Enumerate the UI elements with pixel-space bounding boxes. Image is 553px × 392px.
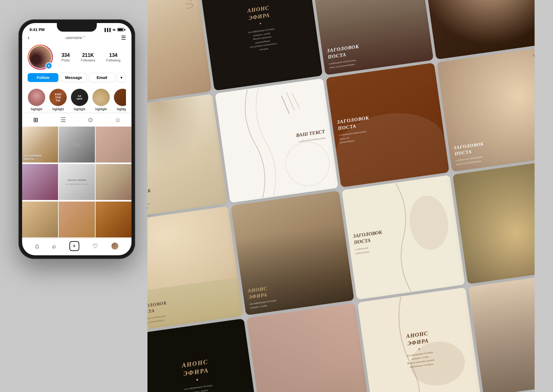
- post-grid: ЗАГОЛОВОКПОСТА Dior АНОНС ЭФИРАили инфор…: [22, 127, 131, 238]
- person-icon: ☺: [115, 116, 121, 123]
- phone-wrapper: 9:41 PM ▐▐▐ ⌯ ‹ username ˅ ☰: [18, 19, 135, 373]
- followers-count: 211K: [82, 52, 94, 58]
- tab-tag[interactable]: ☺: [104, 113, 131, 127]
- template-card-13[interactable]: АНОНСЭФИРА или информация об акцииконкур…: [147, 319, 259, 392]
- highlight-label-2: highlight: [52, 108, 64, 111]
- nav-search[interactable]: ⌕: [52, 243, 56, 250]
- nav-bar: ‹ username ˅ ☰: [22, 33, 131, 42]
- avatar-wrap: +: [28, 45, 53, 70]
- following-stat[interactable]: 134 Following: [106, 52, 120, 62]
- posts-stat[interactable]: 334 Posts: [61, 52, 70, 62]
- username-chevron[interactable]: username ˅: [66, 36, 85, 40]
- posts-count: 334: [61, 52, 70, 58]
- highlight-circle-2: КОНТАКТЫ: [49, 88, 67, 106]
- grid-post-4[interactable]: [22, 164, 58, 200]
- svg-line-0: [184, 0, 189, 1]
- tab-grid[interactable]: ⊞: [22, 113, 49, 127]
- following-count: 134: [109, 52, 118, 58]
- highlight-item-3[interactable]: АКЦИИ highlight: [71, 88, 88, 111]
- card-13-title: АНОНСЭФИРА: [181, 358, 210, 378]
- main-container: 9:41 PM ▐▐▐ ⌯ ‹ username ˅ ☰: [0, 0, 553, 392]
- highlight-circle-5: [114, 88, 126, 106]
- battery-fill: [118, 29, 123, 31]
- status-icons: ▐▐▐ ⌯: [104, 28, 124, 32]
- highlight-label-4: highlight: [95, 108, 107, 111]
- profile-avatar-thumb: [111, 242, 119, 250]
- highlight-item-1[interactable]: highlight: [28, 88, 45, 111]
- highlight-brown-bg: [114, 89, 126, 106]
- grid-post-2[interactable]: Dior: [59, 127, 95, 163]
- followers-label: Followers: [81, 58, 95, 62]
- grid-post-1[interactable]: ЗАГОЛОВОКПОСТА: [22, 127, 58, 163]
- location-icon: ⊙: [88, 116, 93, 123]
- tab-list[interactable]: ☰: [49, 113, 77, 127]
- template-card-8[interactable]: ЗАГОЛОВОКПОСТА и небольшой подзаголовока…: [437, 47, 535, 172]
- card-15-subtitle: или информация об акцииконкурсе, скидкеМ…: [406, 350, 435, 370]
- template-card-1[interactable]: ЗАГОЛОВОКПОСТА и небольшой подзаголовока…: [147, 0, 212, 106]
- profile-top: + 334 Posts 211K Followers: [28, 45, 126, 70]
- template-card-15[interactable]: АНОНСЭФИРА или информация об акцииконкур…: [357, 287, 481, 392]
- following-label: Following: [106, 58, 120, 62]
- highlight-contacts-bg: КОНТАКТЫ: [49, 89, 67, 106]
- highlight-face-bg: [28, 89, 45, 106]
- search-icon: ⌕: [52, 243, 56, 250]
- template-card-6[interactable]: ВАШ ТЕКСТ и небольшой подзаголовок: [215, 78, 339, 203]
- grid-post-3[interactable]: [96, 127, 131, 163]
- nav-add[interactable]: +: [69, 241, 79, 251]
- template-card-7[interactable]: ЗАГОЛОВОКПОСТА и небольшой подзаголовока…: [326, 63, 449, 187]
- highlight-item-4[interactable]: highlight: [92, 88, 110, 111]
- template-card-14[interactable]: К: [246, 303, 370, 392]
- grid-post-9[interactable]: [96, 202, 131, 237]
- template-card-5[interactable]: ЗАГОЛОВОКПОСТА и небольшой подзаголовока…: [147, 94, 228, 219]
- card-2-subtitle: или информация об акцииконкурсе, скидкеМ…: [248, 27, 277, 53]
- menu-button[interactable]: ☰: [121, 35, 126, 41]
- heart-icon: ♡: [92, 242, 98, 250]
- template-card-4[interactable]: ЗАГОЛОВОКПОСТА и небольшой подзаголовока…: [421, 0, 535, 60]
- template-card-10[interactable]: АНОНСЭФИРА или информация об акцииконкур…: [231, 190, 354, 315]
- grid-post-7[interactable]: [22, 202, 58, 237]
- tab-bar: ⊞ ☰ ⊙ ☺: [22, 113, 131, 127]
- highlight-circle-3: АКЦИИ: [71, 88, 88, 106]
- grid-post-6[interactable]: [96, 164, 131, 200]
- template-card-9[interactable]: ЗАГОЛОВОКПОСТА и небольшой подзаголовока…: [147, 206, 243, 331]
- back-button[interactable]: ‹: [28, 34, 29, 41]
- battery-icon: [117, 28, 124, 31]
- highlight-item-5[interactable]: highlight: [114, 88, 126, 111]
- followers-stat[interactable]: 211K Followers: [81, 52, 95, 62]
- home-icon: ⌂: [35, 242, 39, 250]
- more-button[interactable]: ▾: [117, 73, 126, 82]
- svg-line-1: [187, 0, 192, 2]
- nav-home[interactable]: ⌂: [35, 242, 39, 250]
- nav-profile[interactable]: [111, 242, 119, 250]
- add-icon: +: [69, 241, 79, 251]
- highlight-sales-bg: АКЦИИ: [71, 89, 88, 106]
- highlight-label-5: highlight: [117, 108, 126, 111]
- profile-section: + 334 Posts 211K Followers: [22, 42, 131, 87]
- tab-location[interactable]: ⊙: [77, 113, 104, 127]
- grid-post-8[interactable]: [59, 202, 95, 237]
- follow-button[interactable]: Follow: [28, 73, 58, 82]
- bottom-nav: ⌂ ⌕ + ♡: [22, 238, 131, 255]
- phone-notch: [57, 23, 97, 32]
- template-card-16[interactable]: ЗАГОЛОВОКПОСТА и небольшойподзаголовок: [468, 272, 535, 392]
- grid-icon: ⊞: [33, 116, 38, 123]
- nav-likes[interactable]: ♡: [92, 242, 98, 250]
- highlight-hand-bg: [92, 89, 110, 106]
- highlight-item-2[interactable]: КОНТАКТЫ highlight: [49, 88, 67, 111]
- template-card-12[interactable]: [453, 159, 535, 284]
- highlight-circle-1: [28, 88, 45, 106]
- add-story-button[interactable]: +: [45, 62, 52, 69]
- highlight-circle-4: [92, 88, 110, 106]
- email-button[interactable]: Email: [89, 73, 115, 82]
- svg-line-10: [533, 54, 535, 62]
- grid-post-5[interactable]: АНОНС ЭФИРАили информация об акции: [59, 164, 95, 200]
- wifi-icon: ⌯: [112, 28, 116, 32]
- dot-separator: [260, 23, 261, 25]
- highlights-row: highlight КОНТАКТЫ highlight: [28, 88, 126, 111]
- template-card-11[interactable]: ЗАГОЛОВОКПОСТА и небольшойподзаголовок: [342, 175, 465, 300]
- template-card-2[interactable]: АНОНСЭФИРА или информация об акцииконкур…: [199, 0, 323, 91]
- template-card-3[interactable]: ЗАГОЛОВОКПОСТА и небольшой подзаголовока…: [310, 0, 433, 75]
- card-15-title: АНОНСЭФИРА: [406, 330, 429, 347]
- message-button[interactable]: Message: [60, 73, 87, 82]
- highlights-section: highlight КОНТАКТЫ highlight: [22, 87, 131, 113]
